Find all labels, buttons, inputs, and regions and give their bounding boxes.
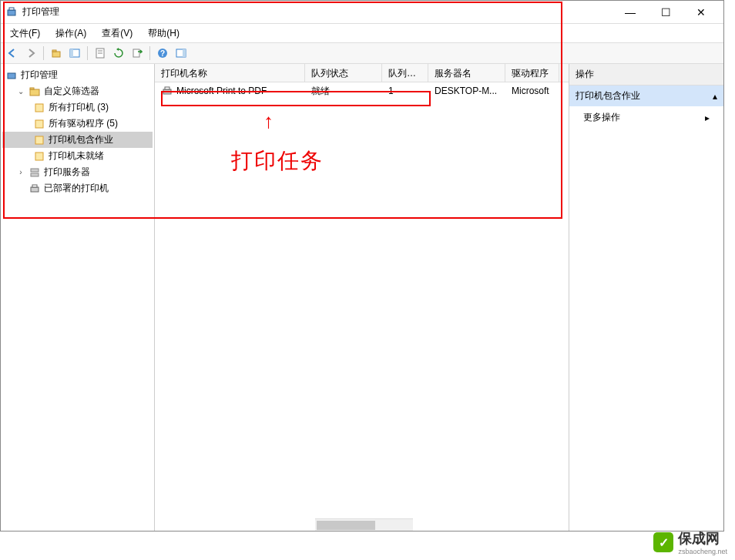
- properties-button[interactable]: [92, 45, 109, 62]
- horizontal-scrollbar[interactable]: [315, 518, 413, 531]
- tree-label: 已部署的打印机: [44, 182, 109, 195]
- svg-rect-18: [35, 120, 43, 128]
- minimize-button[interactable]: —: [612, 1, 648, 24]
- titlebar[interactable]: 打印管理 — ☐ ✕: [1, 1, 723, 24]
- tree-print-servers[interactable]: › 打印服务器: [2, 164, 153, 180]
- svg-rect-14: [8, 73, 15, 79]
- svg-text:?: ?: [160, 49, 165, 58]
- tree-deployed-printers[interactable]: 已部署的打印机: [2, 180, 153, 196]
- printer-jobs: 1: [382, 84, 428, 98]
- actions-panel: 操作 打印机包含作业 ▴ 更多操作 ▸: [569, 64, 723, 531]
- maximize-button[interactable]: ☐: [648, 1, 683, 24]
- svg-rect-23: [31, 187, 39, 192]
- tree-label: 所有驱动程序 (5): [49, 117, 118, 130]
- content-area: 打印管理 ⌄ 自定义筛选器 所有打印机 (3) 所有驱动程序 (5) 打印机包含…: [1, 64, 723, 531]
- collapse-icon[interactable]: ⌄: [16, 87, 25, 96]
- svg-rect-5: [70, 49, 73, 57]
- header-server-name[interactable]: 服务器名: [428, 64, 505, 82]
- svg-rect-15: [30, 89, 39, 96]
- svg-rect-19: [35, 136, 43, 144]
- collapse-icon: ▴: [713, 91, 717, 102]
- svg-rect-17: [35, 104, 43, 112]
- header-driver[interactable]: 驱动程序: [505, 64, 559, 82]
- actions-section-title[interactable]: 打印机包含作业 ▴: [569, 86, 723, 106]
- tree-root-label: 打印管理: [21, 69, 58, 82]
- help-button[interactable]: ?: [154, 45, 171, 62]
- printer-row[interactable]: Microsoft Print to PDF 就绪 1 DESKTOP-M...…: [155, 82, 569, 99]
- svg-rect-9: [133, 49, 139, 57]
- server-icon: [29, 166, 41, 179]
- watermark-brand: 保成网: [678, 529, 727, 548]
- tree-panel[interactable]: 打印管理 ⌄ 自定义筛选器 所有打印机 (3) 所有驱动程序 (5) 打印机包含…: [1, 64, 155, 531]
- forward-button[interactable]: [22, 45, 39, 62]
- tree-root[interactable]: 打印管理: [2, 67, 153, 83]
- watermark: ✓ 保成网 zsbaocheng.net: [653, 529, 727, 555]
- list-header: 打印机名称 队列状态 队列中... 服务器名 驱动程序: [155, 64, 569, 82]
- svg-rect-16: [30, 88, 34, 89]
- svg-rect-13: [183, 49, 186, 57]
- close-button[interactable]: ✕: [683, 1, 719, 24]
- menu-help[interactable]: 帮助(H): [145, 25, 183, 42]
- print-management-icon: [5, 69, 18, 82]
- header-jobs-in-queue[interactable]: 队列中...: [382, 64, 428, 82]
- svg-rect-21: [31, 169, 39, 172]
- filter-icon: [33, 150, 45, 163]
- svg-rect-0: [8, 10, 15, 15]
- tree-label: 打印服务器: [44, 166, 90, 179]
- tree-all-printers[interactable]: 所有打印机 (3): [2, 99, 153, 116]
- printer-status: 就绪: [305, 83, 382, 99]
- header-queue-status[interactable]: 队列状态: [305, 64, 382, 82]
- svg-rect-3: [52, 50, 56, 52]
- actions-header: 操作: [569, 64, 723, 86]
- printer-list-panel: 打印机名称 队列状态 队列中... 服务器名 驱动程序 Microsoft Pr…: [155, 64, 569, 531]
- filter-icon: [33, 118, 45, 130]
- tree-label: 所有打印机 (3): [49, 101, 109, 114]
- menubar: 文件(F) 操作(A) 查看(V) 帮助(H): [1, 24, 723, 42]
- svg-rect-1: [9, 8, 14, 10]
- svg-rect-20: [35, 153, 43, 160]
- up-button[interactable]: [48, 45, 65, 62]
- menu-view[interactable]: 查看(V): [99, 25, 136, 42]
- expand-icon[interactable]: ›: [16, 168, 25, 176]
- watermark-badge-icon: ✓: [653, 532, 673, 552]
- app-icon: [5, 6, 18, 18]
- printer-name: Microsoft Print to PDF: [176, 86, 267, 96]
- tree-printers-not-ready[interactable]: 打印机未就绪: [2, 148, 153, 164]
- menu-file[interactable]: 文件(F): [7, 25, 43, 42]
- filter-icon: [33, 134, 45, 146]
- tree-label: 打印机未就绪: [49, 149, 104, 163]
- svg-rect-26: [165, 87, 169, 89]
- svg-rect-25: [163, 89, 171, 94]
- window-title: 打印管理: [22, 5, 59, 18]
- export-button[interactable]: [129, 45, 146, 62]
- watermark-url: zsbaocheng.net: [678, 548, 727, 555]
- tree-printers-with-jobs[interactable]: 打印机包含作业: [2, 132, 153, 148]
- printer-icon: [29, 183, 41, 195]
- header-printer-name[interactable]: 打印机名称: [155, 64, 305, 82]
- show-hide-action-button[interactable]: [173, 45, 190, 62]
- tree-custom-filters[interactable]: ⌄ 自定义筛选器: [2, 83, 153, 99]
- tree-label: 自定义筛选器: [44, 85, 99, 98]
- tree-label: 打印机包含作业: [49, 133, 113, 146]
- svg-rect-2: [52, 52, 60, 57]
- filter-icon: [33, 102, 45, 114]
- printer-icon: [161, 85, 173, 97]
- tree-all-drivers[interactable]: 所有驱动程序 (5): [2, 116, 153, 132]
- show-hide-tree-button[interactable]: [66, 45, 83, 62]
- back-button[interactable]: [4, 45, 21, 62]
- toolbar: ?: [1, 42, 723, 64]
- actions-section-label: 打印机包含作业: [576, 89, 640, 102]
- printer-driver: Microsoft: [505, 84, 559, 98]
- menu-action[interactable]: 操作(A): [52, 25, 89, 42]
- actions-more-label: 更多操作: [583, 111, 620, 124]
- svg-rect-22: [31, 173, 39, 176]
- actions-more[interactable]: 更多操作 ▸: [569, 106, 723, 129]
- print-management-window: 打印管理 — ☐ ✕ 文件(F) 操作(A) 查看(V) 帮助(H) ? 打印管…: [0, 0, 724, 531]
- refresh-button[interactable]: [110, 45, 127, 62]
- chevron-right-icon: ▸: [705, 112, 710, 123]
- folder-icon: [29, 86, 41, 98]
- printer-server: DESKTOP-M...: [428, 84, 505, 98]
- svg-rect-24: [32, 185, 37, 187]
